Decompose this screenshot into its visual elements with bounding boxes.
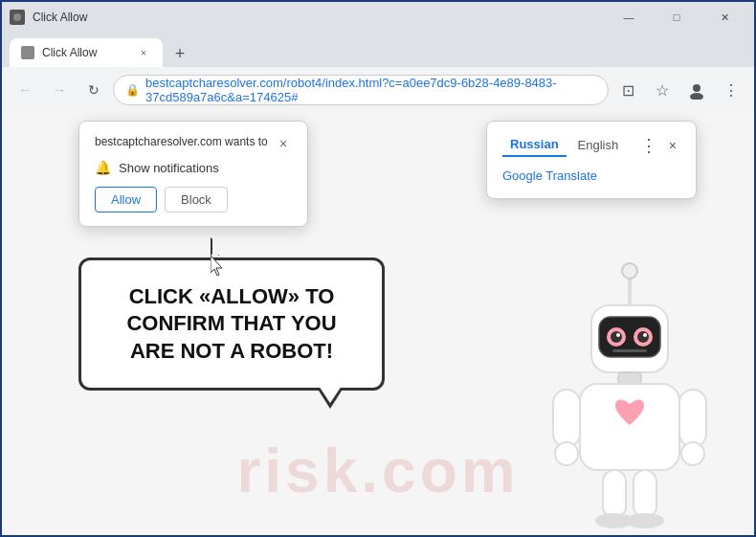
translate-more-button[interactable]: ⋮: [636, 135, 661, 156]
translate-close-button[interactable]: ×: [665, 138, 680, 153]
speech-bubble: CLICK «ALLOW» TO CONFIRM THAT YOU ARE NO…: [78, 257, 385, 392]
svg-rect-17: [553, 390, 580, 447]
translate-header: Russian English ⋮ ×: [502, 133, 680, 157]
bookmark-button[interactable]: ☆: [647, 75, 678, 105]
popup-close-button[interactable]: ×: [275, 135, 292, 152]
tab-title: Click Allow: [42, 46, 128, 59]
minimize-button[interactable]: —: [607, 2, 651, 33]
back-button[interactable]: ←: [10, 75, 40, 105]
cast-button[interactable]: ⊡: [612, 75, 643, 105]
svg-point-20: [681, 442, 704, 465]
account-button[interactable]: [681, 75, 712, 105]
bubble-text: CLICK «ALLOW» TO CONFIRM THAT YOU ARE NO…: [110, 283, 353, 366]
bubble-line2: ARE NOT A ROBOT!: [130, 339, 333, 363]
allow-button[interactable]: Allow: [95, 187, 157, 213]
popup-notification-label: Show notifications: [119, 161, 219, 175]
tabbar: Click Allow × +: [2, 33, 754, 67]
translate-lang-english[interactable]: English: [570, 134, 627, 156]
svg-rect-18: [679, 390, 706, 447]
svg-point-3: [690, 93, 703, 100]
svg-rect-22: [634, 470, 656, 518]
translate-popup: Russian English ⋮ × Google Translate: [486, 121, 697, 199]
lock-icon: 🔒: [125, 83, 140, 97]
main-content: CLICK «ALLOW» TO CONFIRM THAT YOU ARE NO…: [59, 257, 754, 392]
popup-site-text: bestcaptcharesolver.com wants to: [95, 135, 268, 148]
svg-point-19: [555, 442, 578, 465]
maximize-button[interactable]: □: [655, 2, 699, 33]
block-button[interactable]: Block: [165, 187, 228, 213]
titlebar-title: Click Allow: [33, 11, 599, 24]
popup-buttons: Allow Block: [95, 187, 292, 213]
svg-point-2: [693, 84, 700, 92]
url-bar[interactable]: 🔒 bestcaptcharesolver.com/robot4/index.h…: [113, 75, 609, 105]
svg-rect-16: [580, 384, 679, 470]
svg-rect-21: [603, 470, 626, 518]
addressbar-actions: ⊡ ☆ ⋮: [612, 75, 746, 105]
new-tab-button[interactable]: +: [167, 40, 193, 67]
menu-button[interactable]: ⋮: [716, 75, 746, 105]
popup-header: bestcaptcharesolver.com wants to ×: [95, 135, 292, 152]
browser-content: bestcaptcharesolver.com wants to × 🔔 Sho…: [2, 113, 754, 535]
svg-point-24: [626, 513, 664, 528]
forward-button[interactable]: →: [44, 75, 75, 105]
bell-icon: 🔔: [95, 160, 111, 175]
translate-lang-russian[interactable]: Russian: [502, 133, 567, 157]
tab-favicon: [21, 46, 34, 59]
translate-service-label: Google Translate: [502, 165, 680, 187]
notification-popup: bestcaptcharesolver.com wants to × 🔔 Sho…: [78, 121, 308, 227]
popup-notification-row: 🔔 Show notifications: [95, 160, 292, 175]
reload-button[interactable]: ↻: [78, 75, 109, 105]
window-controls: — □ ✕: [607, 2, 746, 33]
url-text: bestcaptcharesolver.com/robot4/index.htm…: [145, 76, 596, 104]
active-tab[interactable]: Click Allow ×: [10, 38, 163, 67]
svg-point-0: [13, 13, 21, 21]
tab-close-button[interactable]: ×: [136, 45, 151, 60]
svg-point-1: [22, 47, 33, 58]
addressbar: ← → ↻ 🔒 bestcaptcharesolver.com/robot4/i…: [2, 67, 754, 113]
bubble-line1: CLICK «ALLOW» TO CONFIRM THAT YOU: [126, 284, 336, 336]
close-button[interactable]: ✕: [702, 2, 746, 33]
titlebar: Click Allow — □ ✕: [2, 2, 754, 33]
titlebar-favicon: [10, 10, 25, 25]
